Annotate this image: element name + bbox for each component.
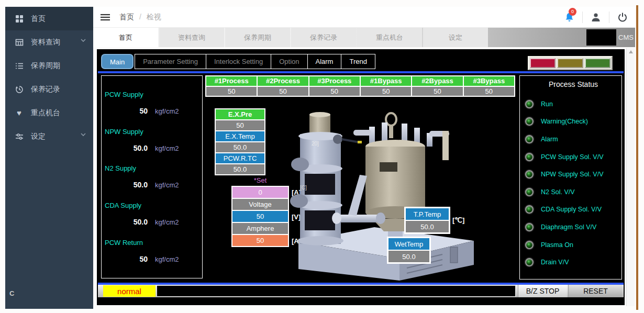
sidebar-item-label: 首页	[31, 14, 46, 24]
ex-value: 50.0	[215, 142, 265, 153]
sidebar-item-label: 重点机台	[31, 108, 60, 118]
table-value: 50	[309, 86, 360, 97]
equipment-image: 20] [C]	[270, 112, 479, 282]
scroll-up-arrow[interactable]	[629, 50, 633, 53]
brand-logo-box	[586, 29, 616, 46]
hmi-tab-alarm[interactable]: Alarm	[307, 54, 342, 69]
tab-maintenance-record[interactable]: 保养记录	[291, 28, 356, 47]
sidebar-item-maintenance-cycle[interactable]: 保养周期	[5, 54, 93, 77]
supply-value: 50.0	[105, 218, 148, 226]
hmi-tab-option[interactable]: Option	[271, 54, 307, 69]
status-label: Diaphragm Sol V/V	[541, 223, 596, 231]
process-bypass-table: #1Process #2Process #3Process #1Bypass #…	[205, 75, 515, 97]
led-indicator	[525, 100, 534, 108]
supply-value: 50	[105, 255, 148, 263]
heart-icon: ♥	[15, 108, 24, 117]
table-value: 50	[206, 86, 257, 97]
sidebar-item-label: 保养周期	[31, 61, 60, 71]
status-item: Plasma On	[525, 241, 621, 249]
footer-status-bar: normal B/Z STOP RESET	[98, 285, 624, 297]
led-indicator	[525, 170, 534, 178]
bz-stop-button[interactable]: B/Z STOP	[518, 285, 567, 297]
table-value: 50	[463, 86, 515, 97]
supply-label: PCW Supply	[105, 91, 199, 98]
tp-temp-value: 50.0	[405, 220, 449, 233]
status-label: Run	[541, 100, 553, 108]
scrollbar-track[interactable]	[626, 48, 635, 306]
chevron-down-icon	[81, 133, 86, 137]
led-indicator	[525, 205, 534, 214]
status-item: N2 Sol. V/V	[525, 188, 621, 196]
status-label: Plasma On	[541, 241, 573, 249]
supply-row: CDA Supply 50.0kgf/cm2	[105, 202, 199, 226]
breadcrumb-current: 检视	[147, 13, 161, 21]
power-button[interactable]	[617, 12, 628, 23]
status-lamp-2	[585, 58, 610, 68]
reset-button[interactable]: RESET	[568, 285, 623, 297]
tp-temp-unit: [℃]	[452, 216, 464, 224]
supply-label: N2 Supply	[105, 164, 199, 172]
status-label: N2 Sol. V/V	[541, 188, 575, 196]
hmi-tab-main[interactable]: Main	[101, 54, 134, 69]
tab-settings[interactable]: 设定	[423, 28, 488, 47]
topbar-divider	[609, 12, 609, 23]
wet-temp-box: WetTemp 50.0	[387, 237, 431, 264]
status-item: Warning(Check)	[525, 117, 621, 126]
led-indicator	[525, 258, 534, 266]
sidebar-item-key-machines[interactable]: ♥ 重点机台	[5, 101, 93, 125]
notifications-button[interactable]: 0	[564, 12, 574, 23]
hmi-panel: Main Parameter Setting Interlock Setting…	[96, 48, 626, 306]
supply-row: N2 Supply 50.0kgf/cm2	[105, 164, 199, 189]
hmi-tab-parameter-setting[interactable]: Parameter Setting	[135, 54, 206, 69]
table-header: #3Process	[309, 76, 360, 86]
supply-row: NPW Supply 50.0kgf/cm2	[105, 128, 199, 152]
sidebar-item-home[interactable]: 首页	[5, 7, 93, 30]
ex-value: 50.0	[215, 164, 265, 175]
led-indicator	[525, 241, 534, 249]
table-header: #2Bypass	[412, 76, 463, 86]
tab-data-query[interactable]: 资料查询	[159, 28, 224, 47]
equipment-label: 20]	[312, 141, 319, 147]
status-label: Warning(Check)	[541, 118, 588, 125]
led-indicator	[525, 135, 534, 143]
supply-value: 50.0	[105, 144, 148, 152]
status-label: Drain V/V	[541, 259, 569, 266]
grid-icon	[15, 14, 24, 23]
ex-label: E.X.Temp	[215, 131, 265, 142]
supply-panel: PCW Supply 50kgf/cm2 NPW Supply 50.0kgf/…	[101, 75, 203, 278]
topbar-actions: 0	[564, 12, 628, 23]
sidebar-item-label: 设定	[31, 132, 46, 141]
status-lamp-1	[557, 58, 583, 68]
supply-row: PCW Supply 50kgf/cm2	[105, 91, 199, 115]
status-item: PCW Supply Sol. V/V	[525, 153, 621, 161]
supply-label: PCW Return	[105, 239, 199, 247]
history-icon	[15, 85, 24, 94]
tab-home[interactable]: 首页	[93, 28, 158, 47]
led-indicator	[525, 153, 534, 161]
hmi-tab-interlock-setting[interactable]: Interlock Setting	[206, 54, 271, 69]
sidebar-item-data-query[interactable]: 资料查询	[5, 30, 93, 54]
tab-maintenance-cycle[interactable]: 保养周期	[225, 28, 290, 47]
sidebar-footer-text: C	[9, 289, 14, 297]
sidebar-item-maintenance-record[interactable]: 保养记录	[5, 77, 93, 101]
page-tab-bar: 首页 资料查询 保养周期 保养记录 重点机台 设定 CMS	[93, 28, 635, 47]
sidebar-item-settings[interactable]: 设定	[5, 125, 93, 148]
supply-row: PCW Return 50kgf/cm2	[105, 239, 199, 263]
breadcrumb-home-link[interactable]: 首页	[119, 13, 134, 21]
ex-label: PCW.R.TC	[215, 153, 265, 164]
tp-temp-box: T.P.Temp 50.0	[404, 207, 450, 234]
list-icon	[15, 61, 24, 70]
tab-key-machines[interactable]: 重点机台	[357, 28, 422, 47]
message-box	[157, 285, 516, 297]
status-lamp-panel	[528, 56, 613, 70]
sidebar: 首页 资料查询 保养周期 保养记录 ♥ 重点机台 设定 C	[5, 7, 93, 309]
status-item: CDA Supply Sol. V/V	[525, 205, 621, 214]
hmi-tab-trend[interactable]: Trend	[341, 54, 375, 69]
user-button[interactable]	[591, 12, 601, 23]
status-item: Drain V/V	[525, 258, 621, 266]
supply-unit: kgf/cm2	[155, 181, 179, 189]
table-value: 50	[257, 86, 308, 97]
window-edge-line	[636, 5, 638, 310]
supply-label: CDA Supply	[105, 202, 199, 209]
hamburger-menu-icon[interactable]	[101, 14, 110, 21]
